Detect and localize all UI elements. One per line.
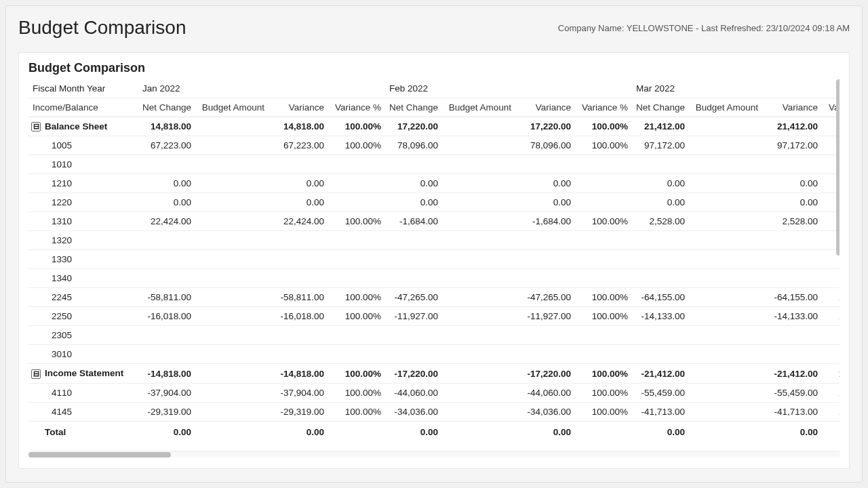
cell-nc3: -21,412.00 [632,364,689,383]
cell-v3 [762,345,822,364]
row-label-text: 1340 [52,273,72,283]
cell-nc3: 0.00 [632,174,689,193]
col-nc-1[interactable]: Net Change [138,98,195,117]
cell-ba2 [442,269,515,288]
table-row[interactable]: 3010 [28,345,840,364]
cell-ba2 [442,174,515,193]
row-label[interactable]: 1310 [28,212,138,231]
cell-ba1 [195,117,269,136]
row-label[interactable]: 2245 [28,288,138,307]
cell-vp1 [328,231,385,250]
row-label[interactable]: 1320 [28,231,138,250]
row-label[interactable]: 1010 [28,155,138,174]
cell-nc1: 67,223.00 [138,136,195,155]
collapse-icon[interactable]: ⊟ [31,122,41,131]
table-row[interactable]: 12100.000.000.000.000.000.000.00 [28,174,840,193]
col-nc-3[interactable]: Net Change [632,98,689,117]
row-label-text: 1005 [52,140,72,150]
total-row: Total 0.00 0.00 0.00 0.00 0.00 0.00 [28,421,840,441]
cell-v3 [762,155,822,174]
row-label-text: 1010 [52,159,72,169]
row-label-text: 1210 [52,178,72,188]
table-row[interactable]: ⊟Balance Sheet14,818.0014,818.00100.00%1… [28,117,840,136]
cell-ba1 [195,231,269,250]
cell-nc2 [385,231,442,250]
cell-nc1: -37,904.00 [138,383,195,402]
row-label[interactable]: 4145 [28,402,138,421]
cell-v3: 0.00 [762,193,822,212]
row-label[interactable]: 1210 [28,174,138,193]
v-scrollbar-track[interactable] [835,79,840,451]
table-scroll[interactable]: Fiscal Month Year Jan 2022 Feb 2022 Mar … [28,79,840,451]
cell-v2 [515,155,575,174]
row-label[interactable]: 2305 [28,326,138,345]
table-row[interactable]: 2250-16,018.00-16,018.00100.00%-11,927.0… [28,307,840,326]
cell-nc3: 0.00 [632,193,689,212]
row-label[interactable]: 3010 [28,345,138,364]
table-row[interactable]: 1010 [28,155,840,174]
col-v-2[interactable]: Variance [515,98,575,117]
row-label[interactable]: ⊟Balance Sheet [28,117,138,136]
cell-vp1 [328,174,385,193]
row-label[interactable]: 1005 [28,136,138,155]
col-month-3[interactable]: Mar 2022 [632,79,840,98]
col-ba-3[interactable]: Budget Amount [689,98,762,117]
row-label-text: 2250 [52,311,72,321]
col-v-3[interactable]: Variance [762,98,822,117]
table-row[interactable]: 100567,223.0067,223.00100.00%78,096.0078… [28,136,840,155]
col-vp-1[interactable]: Variance % [328,98,385,117]
cell-ba3 [689,345,762,364]
cell-nc3: 21,412.00 [632,117,689,136]
cell-v1: 0.00 [269,193,328,212]
row-label[interactable]: 2250 [28,307,138,326]
col-v-1[interactable]: Variance [269,98,328,117]
table-row[interactable]: ⊟Income Statement-14,818.00-14,818.00100… [28,364,840,383]
collapse-icon[interactable]: ⊟ [31,369,41,379]
cell-v2: -17,220.00 [515,364,575,383]
h-scrollbar-thumb[interactable] [28,452,171,458]
row-label[interactable]: 1340 [28,269,138,288]
cell-nc2 [385,269,442,288]
col-month-2[interactable]: Feb 2022 [385,79,632,98]
row-label-text: 4145 [52,407,72,417]
report-card: Budget Comparison Fiscal Month Year Jan [18,52,850,469]
table-row[interactable]: 4145-29,319.00-29,319.00100.00%-34,036.0… [28,402,840,421]
cell-v2 [515,326,575,345]
cell-ba2 [442,231,515,250]
col-income-balance[interactable]: Income/Balance [28,98,138,117]
cell-nc3: -55,459.00 [632,383,689,402]
col-vp-2[interactable]: Variance % [575,98,632,117]
cell-vp2 [575,269,632,288]
col-ba-2[interactable]: Budget Amount [442,98,515,117]
table-row[interactable]: 4110-37,904.00-37,904.00100.00%-44,060.0… [28,383,840,402]
cell-ba3 [689,174,762,193]
col-month-1[interactable]: Jan 2022 [138,79,385,98]
row-label[interactable]: 1220 [28,193,138,212]
v-scrollbar-thumb[interactable] [836,79,840,256]
cell-v3 [762,326,822,345]
table-row[interactable]: 2245-58,811.00-58,811.00100.00%-47,265.0… [28,288,840,307]
table-row[interactable]: 12200.000.000.000.000.000.000.00 [28,193,840,212]
table-row[interactable]: 1330 [28,250,840,269]
table-row[interactable]: 1340 [28,269,840,288]
col-fiscal[interactable]: Fiscal Month Year [28,79,138,98]
cell-v2 [515,269,575,288]
cell-vp2 [575,174,632,193]
table-row[interactable]: 2305 [28,326,840,345]
row-label[interactable]: ⊟Income Statement [28,364,138,383]
cell-v1: 67,223.00 [269,136,328,155]
h-scrollbar-track[interactable] [28,451,840,458]
cell-vp2 [575,155,632,174]
cell-vp2: 100.00% [575,307,632,326]
cell-v2: 17,220.00 [515,117,575,136]
cell-nc3 [632,326,689,345]
cell-vp2: 100.00% [575,212,632,231]
total-v3: 0.00 [762,421,822,441]
col-nc-2[interactable]: Net Change [385,98,442,117]
cell-v3: -55,459.00 [762,383,822,402]
row-label[interactable]: 1330 [28,250,138,269]
table-row[interactable]: 1320 [28,231,840,250]
row-label[interactable]: 4110 [28,383,138,402]
table-row[interactable]: 131022,424.0022,424.00100.00%-1,684.00-1… [28,212,840,231]
col-ba-1[interactable]: Budget Amount [195,98,269,117]
